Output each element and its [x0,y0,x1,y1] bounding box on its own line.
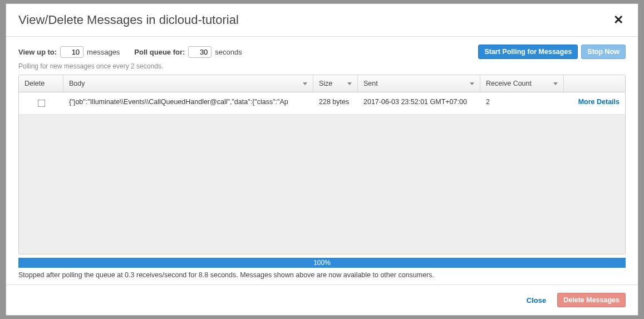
chevron-down-icon [303,82,307,85]
modal-body: View up to: messages Poll queue for: sec… [6,37,638,284]
modal-dialog: View/Delete Messages in dicloud-tutorial… [6,3,638,316]
row-body-cell: {"job":"Illuminate\\Events\\CallQueuedHa… [63,92,313,114]
row-delete-checkbox[interactable] [38,100,46,107]
view-up-to-input[interactable] [60,46,83,58]
view-up-to-label: View up to: [18,48,57,56]
col-sent-label: Sent [363,80,378,87]
close-icon[interactable]: ✕ [611,13,626,27]
messages-unit: messages [87,48,120,56]
col-receive-count-label: Receive Count [486,80,532,87]
table-row: {"job":"Illuminate\\Events\\CallQueuedHa… [19,92,625,115]
delete-messages-button[interactable]: Delete Messages [557,293,626,307]
modal-title: View/Delete Messages in dicloud-tutorial [18,13,239,27]
modal-footer: Close Delete Messages [6,284,638,315]
col-size-label: Size [319,80,332,87]
controls-right: Start Polling for Messages Stop Now [478,45,626,59]
col-body-label: Body [69,80,85,87]
seconds-unit: seconds [215,48,242,56]
status-text: Stopped after polling the queue at 0.3 r… [18,271,626,279]
col-delete-label: Delete [24,80,45,87]
col-body[interactable]: Body [63,75,313,92]
row-sent-cell: 2017-06-03 23:52:01 GMT+07:00 [358,92,480,114]
grid-body: {"job":"Illuminate\\Events\\CallQueuedHa… [19,92,625,254]
col-receive-count[interactable]: Receive Count [480,75,564,92]
row-receive-count-cell: 2 [480,92,564,114]
controls-left: View up to: messages Poll queue for: sec… [18,46,242,58]
col-sent[interactable]: Sent [358,75,480,92]
polling-hint: Polling for new messages once every 2 se… [18,62,626,70]
stop-now-button[interactable]: Stop Now [581,45,626,59]
close-button[interactable]: Close [521,293,552,307]
messages-grid: Delete Body Size Sent Receive Count [18,75,626,254]
poll-queue-input[interactable] [188,46,212,58]
chevron-down-icon [470,82,474,85]
row-delete-cell [19,92,63,114]
modal-header: View/Delete Messages in dicloud-tutorial… [6,4,638,37]
controls-row: View up to: messages Poll queue for: sec… [18,45,626,59]
col-delete[interactable]: Delete [19,75,63,92]
chevron-down-icon [347,82,352,85]
progress-wrap: 100% [18,258,626,268]
start-polling-button[interactable]: Start Polling for Messages [478,45,578,59]
col-size[interactable]: Size [313,75,358,92]
progress-bar: 100% [18,258,626,268]
row-more-details-link[interactable]: More Details [564,92,625,114]
grid-header: Delete Body Size Sent Receive Count [19,75,625,92]
poll-queue-label: Poll queue for: [134,48,185,56]
row-size-cell: 228 bytes [313,92,358,114]
col-actions [564,75,625,92]
chevron-down-icon [553,82,558,85]
